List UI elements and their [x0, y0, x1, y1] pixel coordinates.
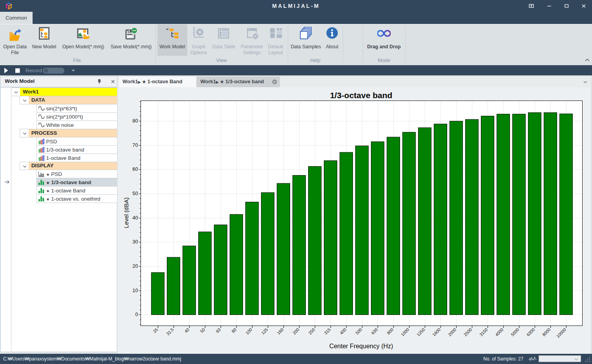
svg-text:10: 10 — [132, 287, 138, 293]
svg-text:80: 80 — [230, 327, 237, 334]
svg-text:3150: 3150 — [479, 327, 488, 337]
svg-text:1600: 1600 — [431, 327, 441, 337]
svg-text:250: 250 — [307, 327, 316, 335]
svg-text:8000: 8000 — [541, 327, 551, 337]
svg-text:25: 25 — [152, 327, 159, 334]
svg-text:630: 630 — [370, 327, 378, 335]
svg-text:20: 20 — [132, 263, 138, 269]
svg-text:1/3-octave band: 1/3-octave band — [330, 91, 393, 100]
svg-text:50: 50 — [132, 190, 138, 196]
svg-text:2500: 2500 — [463, 327, 473, 337]
svg-text:80: 80 — [132, 118, 138, 124]
svg-text:200: 200 — [292, 327, 300, 335]
svg-text:1000: 1000 — [400, 327, 410, 337]
svg-text:100: 100 — [245, 327, 253, 335]
svg-text:50: 50 — [199, 327, 206, 334]
svg-text:70: 70 — [132, 142, 138, 148]
svg-text:125: 125 — [260, 327, 269, 335]
svg-text:5000: 5000 — [510, 327, 520, 337]
svg-text:40: 40 — [183, 327, 190, 334]
svg-text:10000: 10000 — [555, 327, 567, 339]
svg-text:1250: 1250 — [416, 327, 426, 337]
svg-text:2000: 2000 — [447, 327, 457, 337]
svg-text:4000: 4000 — [494, 327, 504, 337]
svg-text:40: 40 — [132, 215, 138, 221]
svg-text:400: 400 — [339, 327, 347, 335]
svg-text:Level (dBA): Level (dBA) — [123, 198, 130, 228]
svg-text:Center Frequency (Hz): Center Frequency (Hz) — [329, 343, 393, 349]
svg-text:6300: 6300 — [526, 327, 535, 337]
svg-text:160: 160 — [276, 327, 284, 335]
svg-text:800: 800 — [386, 327, 394, 335]
svg-text:30: 30 — [132, 239, 138, 245]
svg-text:Record: Record — [26, 68, 42, 73]
svg-text:500: 500 — [354, 327, 363, 335]
svg-text:315: 315 — [323, 327, 331, 335]
svg-text:60: 60 — [132, 166, 138, 172]
svg-text:31.5: 31.5 — [165, 327, 174, 336]
svg-text:63: 63 — [215, 327, 221, 334]
svg-text:0: 0 — [135, 311, 138, 317]
